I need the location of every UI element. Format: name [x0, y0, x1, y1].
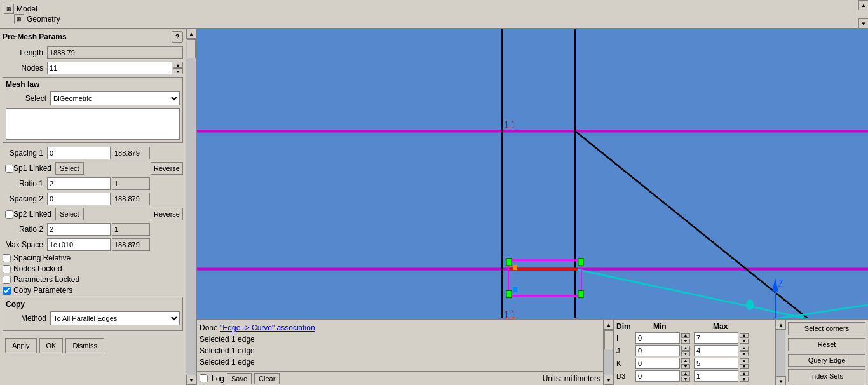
meshlaw-display — [6, 108, 180, 140]
dim-min-up[interactable]: ▲ — [681, 333, 690, 338]
dim-max-arrows[interactable]: ▲ ▼ — [740, 371, 749, 382]
panel-scrollbar: ▲ ▼ — [186, 29, 196, 385]
dim-min-arrows[interactable]: ▲ ▼ — [681, 358, 690, 369]
params-locked-check[interactable] — [3, 276, 11, 284]
ratio1-label: Ratio 1 — [3, 179, 47, 188]
dim-scroll-up[interactable]: ▲ — [776, 320, 786, 330]
panel-title-row: Pre-Mesh Params ? — [3, 31, 183, 43]
log-link[interactable]: "Edge -> Curve" association — [220, 323, 315, 332]
dim-max-input[interactable] — [694, 370, 738, 382]
ratio2-input[interactable] — [47, 223, 111, 236]
spacing2-row: Spacing 2 — [3, 192, 183, 205]
nodes-down[interactable]: ▼ — [173, 68, 183, 74]
sp1-select-button[interactable]: Select — [55, 162, 84, 175]
dismiss-button[interactable]: Dismiss — [65, 338, 104, 353]
dim-min-down[interactable]: ▼ — [681, 339, 690, 344]
dim-max-down[interactable]: ▼ — [740, 364, 749, 369]
params-locked-label: Parameters Locked — [13, 275, 79, 284]
dim-max-input[interactable] — [694, 358, 738, 369]
geometry-item[interactable]: ⊞ Geometry — [4, 14, 60, 24]
panel-scroll-thumb[interactable] — [187, 39, 196, 58]
dim-min-arrows[interactable]: ▲ ▼ — [681, 371, 690, 382]
ok-button[interactable]: OK — [39, 338, 64, 353]
maxspace-input[interactable] — [47, 238, 111, 251]
dim-min-down[interactable]: ▼ — [681, 364, 690, 369]
dim-min-input[interactable] — [635, 358, 680, 369]
spacing-relative-row: Spacing Relative — [3, 253, 183, 262]
query-edge-button[interactable]: Query Edge — [788, 354, 865, 367]
reset-button[interactable]: Reset — [788, 338, 865, 351]
dim-min-arrows[interactable]: ▲ ▼ — [681, 333, 690, 344]
sp2linked-label: Sp2 Linked — [13, 210, 51, 219]
dim-max-up[interactable]: ▲ — [740, 371, 749, 376]
dim-max-arrows[interactable]: ▲ ▼ — [740, 346, 749, 356]
sp2-reverse-button[interactable]: Reverse — [151, 208, 183, 220]
sp2-select-button[interactable]: Select — [55, 208, 84, 220]
params-locked-row: Parameters Locked — [3, 275, 183, 284]
sp1-reverse-button[interactable]: Reverse — [151, 162, 183, 175]
log-check[interactable] — [200, 374, 208, 382]
tree-scroll-up[interactable]: ▲ — [858, 0, 868, 10]
dim-min-input[interactable] — [635, 345, 680, 356]
dim-min-up[interactable]: ▲ — [681, 371, 690, 376]
spacing-relative-check[interactable] — [3, 254, 11, 262]
log-label: Log — [212, 374, 224, 383]
dim-max-down[interactable]: ▼ — [740, 377, 749, 382]
help-button[interactable]: ? — [172, 31, 183, 43]
log-scroll-down[interactable]: ▼ — [604, 375, 614, 385]
dim-max-up[interactable]: ▲ — [740, 346, 749, 351]
dim-min-up[interactable]: ▲ — [681, 358, 690, 363]
apply-button[interactable]: Apply — [5, 338, 37, 353]
dim-min-input[interactable] — [635, 332, 680, 344]
dim-max-up[interactable]: ▲ — [740, 333, 749, 338]
dim-max-arrows[interactable]: ▲ ▼ — [740, 333, 749, 344]
copy-params-check[interactable] — [3, 287, 11, 295]
method-dropdown[interactable]: To All Parallel Edges — [50, 311, 180, 325]
meshlaw-dropdown[interactable]: BiGeometric — [50, 91, 180, 105]
tree-scroll-down[interactable]: ▼ — [858, 18, 868, 29]
dim-max-input[interactable] — [694, 345, 738, 356]
dim-min-up[interactable]: ▲ — [681, 346, 690, 351]
dim-max-down[interactable]: ▼ — [740, 339, 749, 344]
nodes-locked-check[interactable] — [3, 265, 11, 273]
sp2linked-check[interactable] — [5, 210, 13, 219]
log-line1: Done "Edge -> Curve" association — [200, 322, 611, 334]
clear-button[interactable]: Clear — [254, 373, 280, 384]
maxspace-row: Max Space — [3, 238, 183, 251]
spacing2-input[interactable] — [47, 192, 111, 205]
nodes-input[interactable] — [47, 62, 172, 74]
log-scroll-up[interactable]: ▲ — [604, 320, 614, 330]
tree-items: ⊞ Model ⊞ Geometry — [3, 3, 62, 25]
select-corners-button[interactable]: Select corners — [788, 322, 865, 335]
dim-max-up[interactable]: ▲ — [740, 358, 749, 363]
log-scroll-thumb[interactable] — [604, 330, 613, 349]
index-sets-button[interactable]: Index Sets — [788, 369, 865, 382]
spacing1-input[interactable] — [47, 147, 111, 159]
nodes-up[interactable]: ▲ — [173, 62, 183, 68]
dim-min-down[interactable]: ▼ — [681, 351, 690, 356]
ratio1-input[interactable] — [47, 177, 111, 190]
panel-scroll-down[interactable]: ▼ — [186, 375, 196, 385]
svg-text:Z: Z — [778, 278, 783, 289]
dim-min-down[interactable]: ▼ — [681, 377, 690, 382]
left-panel: Pre-Mesh Params ? Length Nodes ▲ ▼ — [0, 29, 197, 385]
sp1linked-row: Sp1 Linked Select Reverse — [3, 162, 183, 175]
nodes-spinner[interactable]: ▲ ▼ — [173, 62, 183, 74]
dim-scroll-track — [776, 330, 785, 376]
length-input[interactable] — [47, 46, 183, 59]
ratio1-values — [47, 177, 150, 190]
spacing2-values — [47, 192, 150, 205]
dim-row: I ▲ ▼ ▲ ▼ — [616, 332, 782, 344]
dim-max-down[interactable]: ▼ — [740, 351, 749, 356]
save-button[interactable]: Save — [227, 373, 252, 384]
maxspace-values — [47, 238, 150, 251]
panel-scroll-up[interactable]: ▲ — [186, 29, 196, 39]
dim-scroll-down[interactable]: ▼ — [776, 376, 786, 385]
sp1linked-check[interactable] — [5, 165, 13, 173]
dim-min-arrows[interactable]: ▲ ▼ — [681, 346, 690, 356]
nodes-label: Nodes — [3, 64, 47, 72]
model-item[interactable]: ⊞ Model — [4, 4, 60, 14]
dim-min-input[interactable] — [635, 370, 680, 382]
dim-max-arrows[interactable]: ▲ ▼ — [740, 358, 749, 369]
dim-max-input[interactable] — [694, 332, 738, 344]
